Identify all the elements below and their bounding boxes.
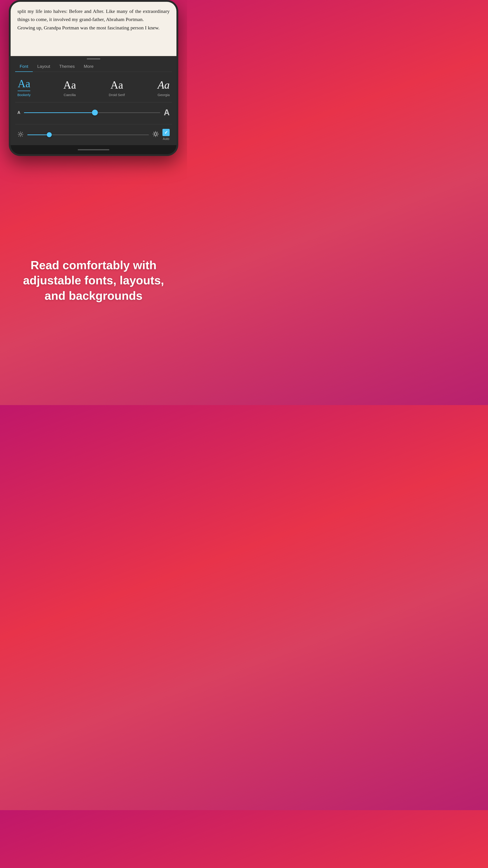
home-indicator [78,149,109,150]
svg-line-4 [22,135,23,136]
svg-line-17 [157,132,158,132]
tab-themes[interactable]: Themes [55,61,79,72]
brightness-track [27,134,149,135]
promo-section: Read comfortably with adjustable fonts, … [0,156,187,405]
font-size-slider[interactable] [24,109,160,116]
svg-point-9 [154,133,157,135]
brightness-low-icon [18,131,24,138]
font-size-fill [24,112,95,113]
drag-handle-area [11,56,176,61]
font-option-caecilia[interactable]: Aa Caecilia [64,79,76,97]
check-icon: ✓ [164,130,168,135]
font-divider [15,102,172,102]
font-name-georgia: Georgia [158,93,170,97]
svg-line-3 [19,132,19,132]
font-sample-georgia: Aa [158,79,170,91]
auto-label: Auto [163,137,169,141]
font-sample-droid-serif: Aa [110,79,123,91]
font-name-caecilia: Caecilia [64,93,76,97]
font-size-small-label: A [18,110,20,115]
font-sample-bookerly: Aa [18,77,30,91]
font-option-georgia[interactable]: Aa Georgia [158,79,170,97]
drag-handle-bar [87,58,100,59]
brightness-thumb[interactable] [47,132,52,137]
promo-text: Read comfortably with adjustable fonts, … [13,258,173,304]
font-selector: Aa Bookerly Aa Caecilia Aa Droid Serif A… [15,77,172,97]
font-name-droid-serif: Droid Serif [109,93,125,97]
brightness-row: ✓ Auto [15,129,172,141]
auto-brightness-toggle[interactable]: ✓ Auto [162,129,170,141]
tab-bar: Font Layout Themes More [15,61,172,72]
checkbox-box: ✓ [162,129,170,136]
book-text-2: Growing up, Grandpa Portman was the most… [18,24,170,32]
brightness-fill [27,134,49,135]
book-fade [11,47,176,56]
brightness-high-icon [153,131,159,139]
svg-line-12 [154,132,154,132]
svg-line-7 [19,135,19,136]
font-sample-caecilia: Aa [64,79,76,91]
font-option-bookerly[interactable]: Aa Bookerly [18,77,31,97]
phone-shell: split my life into halves: Before and Af… [9,0,178,156]
svg-point-0 [20,133,22,135]
svg-line-16 [154,135,154,136]
tab-layout[interactable]: Layout [33,61,55,72]
home-bar [11,145,176,154]
book-text: split my life into halves: Before and Af… [18,7,170,24]
tab-more[interactable]: More [79,61,98,72]
brightness-divider [15,124,172,124]
svg-line-8 [22,132,23,132]
font-size-thumb[interactable] [92,110,98,116]
tab-font[interactable]: Font [15,61,33,72]
font-name-bookerly: Bookerly [18,93,31,97]
control-panel: Font Layout Themes More Aa Bookerly Aa C… [11,61,176,145]
font-option-droid-serif[interactable]: Aa Droid Serif [109,79,125,97]
brightness-slider[interactable] [27,131,149,138]
svg-line-13 [157,135,158,136]
font-size-row: A A [15,108,172,117]
book-reading-area: split my life into halves: Before and Af… [11,2,176,56]
font-size-large-label: A [164,108,170,117]
